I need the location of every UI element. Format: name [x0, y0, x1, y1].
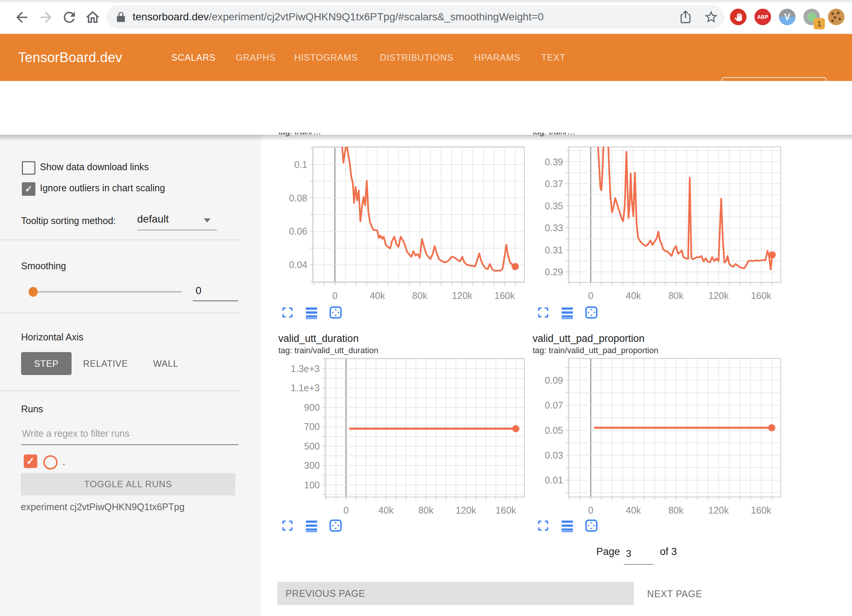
- pagination-label: Page: [596, 546, 620, 558]
- home-icon[interactable]: [84, 9, 101, 26]
- svg-text:0.31: 0.31: [545, 245, 563, 255]
- fullscreen-icon[interactable]: [281, 306, 294, 319]
- fit-domain-icon[interactable]: [329, 519, 342, 532]
- svg-text:0.08: 0.08: [289, 193, 307, 203]
- tab-distributions[interactable]: DISTRIBUTIONS: [380, 34, 453, 81]
- svg-text:0: 0: [332, 290, 337, 301]
- axis-wall-button[interactable]: WALL: [143, 352, 188, 375]
- svg-text:0.06: 0.06: [289, 226, 307, 236]
- axis-step-button[interactable]: STEP: [21, 352, 72, 375]
- bookmark-star-icon[interactable]: [704, 9, 719, 24]
- sidebar-divider: [0, 390, 241, 391]
- tab-graphs[interactable]: GRAPHS: [236, 34, 276, 81]
- chart-toolbar: [281, 519, 342, 532]
- svg-text:40k: 40k: [626, 505, 641, 515]
- runs-filter-input[interactable]: [21, 428, 234, 439]
- chevron-down-icon[interactable]: [204, 218, 211, 223]
- svg-text:1.1e+3: 1.1e+3: [291, 383, 320, 393]
- fit-domain-icon[interactable]: [585, 519, 598, 532]
- url-text[interactable]: tensorboard.dev/experiment/cj2vtPiwQHKN9…: [133, 0, 544, 34]
- smoothing-value-input[interactable]: [181, 284, 216, 297]
- fit-domain-icon[interactable]: [329, 306, 342, 319]
- experiment-label: experiment cj2vtPiwQHKN9Q1tx6PTpg: [21, 502, 185, 512]
- svg-text:900: 900: [304, 402, 320, 413]
- svg-text:0.37: 0.37: [545, 178, 563, 189]
- share-icon[interactable]: [678, 9, 693, 24]
- svg-text:120k: 120k: [708, 505, 729, 515]
- svg-text:120k: 120k: [708, 290, 729, 301]
- vimium-extension-icon[interactable]: V: [779, 9, 796, 25]
- ignore-outliers-checkbox[interactable]: [22, 182, 35, 196]
- adblock-extension-icon[interactable]: [730, 9, 747, 25]
- brand-title: TensorBoard.dev: [18, 34, 122, 81]
- settings-sidebar: [0, 135, 262, 616]
- flush-y-axis-icon[interactable]: [560, 306, 574, 319]
- fullscreen-icon[interactable]: [536, 306, 550, 319]
- svg-text:0.33: 0.33: [545, 223, 563, 233]
- flush-y-axis-icon[interactable]: [305, 519, 318, 532]
- extension-badge: 1: [814, 18, 825, 29]
- axis-relative-button[interactable]: RELATIVE: [75, 352, 136, 375]
- scalar-chart-c3[interactable]: 1.3e+31.1e+3900700500300100040k80k120k16…: [282, 354, 531, 519]
- sidebar-divider: [0, 239, 241, 240]
- svg-text:0.29: 0.29: [545, 267, 563, 277]
- lock-icon: [115, 11, 127, 23]
- svg-text:40k: 40k: [626, 290, 641, 301]
- scalar-chart-c2[interactable]: 0.390.370.350.330.310.29040k80k120k160k: [525, 142, 788, 304]
- scalar-chart-c4[interactable]: 0.090.070.050.030.01040k80k120k160k: [525, 354, 788, 519]
- fullscreen-icon[interactable]: [281, 519, 294, 532]
- scalar-chart-c1[interactable]: 0.10.080.060.04040k80k120k160k: [269, 142, 531, 304]
- svg-text:0.39: 0.39: [545, 157, 563, 167]
- pagination-of-label: of 3: [660, 546, 677, 558]
- toggle-all-runs-button[interactable]: TOGGLE ALL RUNS: [21, 473, 235, 496]
- svg-text:0: 0: [344, 505, 349, 515]
- flush-y-axis-icon[interactable]: [305, 306, 318, 319]
- svg-text:120k: 120k: [452, 290, 473, 301]
- page-number-input[interactable]: [625, 548, 649, 560]
- abp-extension-icon[interactable]: ABP: [754, 9, 771, 25]
- svg-text:0.1: 0.1: [294, 159, 307, 170]
- sidebar-divider: [0, 313, 241, 313]
- tab-scalars[interactable]: SCALARS: [171, 34, 216, 81]
- svg-text:160k: 160k: [496, 505, 516, 515]
- tooltip-sorting-select[interactable]: default: [137, 213, 169, 225]
- fit-domain-icon[interactable]: [585, 306, 598, 319]
- tooltip-sorting-underline: [137, 230, 217, 230]
- tab-text[interactable]: TEXT: [541, 34, 566, 81]
- run-checkbox[interactable]: [24, 454, 37, 468]
- forward-icon[interactable]: [38, 9, 54, 26]
- svg-text:0.07: 0.07: [545, 400, 563, 410]
- chart-toolbar: [536, 306, 598, 319]
- svg-text:1.3e+3: 1.3e+3: [291, 363, 320, 374]
- svg-text:0.01: 0.01: [545, 475, 563, 485]
- svg-text:0.03: 0.03: [545, 450, 563, 460]
- smoothing-slider-knob[interactable]: [29, 287, 38, 297]
- tab-hparams[interactable]: HPARAMS: [474, 34, 521, 81]
- tab-histograms[interactable]: HISTOGRAMS: [294, 34, 358, 81]
- page-number-underline: [624, 564, 653, 565]
- flush-y-axis-icon[interactable]: [560, 519, 574, 532]
- svg-text:160k: 160k: [495, 290, 515, 301]
- previous-page-button[interactable]: PREVIOUS PAGE: [277, 582, 634, 605]
- next-page-button[interactable]: NEXT PAGE: [645, 582, 704, 605]
- smoothing-value-underline: [193, 300, 238, 301]
- svg-text:80k: 80k: [418, 505, 434, 515]
- svg-text:300: 300: [304, 460, 320, 471]
- svg-text:0: 0: [588, 505, 593, 515]
- back-icon[interactable]: [14, 9, 30, 26]
- subheader-band: Crea LSTM transducer training for LibriS…: [0, 81, 852, 135]
- svg-text:500: 500: [304, 441, 320, 451]
- show-download-links-checkbox[interactable]: [22, 161, 35, 175]
- svg-text:0.05: 0.05: [545, 425, 563, 436]
- svg-text:100: 100: [304, 480, 320, 490]
- tooltip-sorting-label: Tooltip sorting method:: [21, 215, 116, 226]
- chart-toolbar: [536, 519, 598, 532]
- svg-text:80k: 80k: [668, 290, 684, 301]
- cookie-extension-icon[interactable]: [828, 9, 844, 25]
- svg-text:40k: 40k: [379, 505, 394, 515]
- reload-icon[interactable]: [61, 9, 78, 26]
- chart-title-valid-utt-pad-proportion: valid_utt_pad_proportion: [533, 333, 644, 345]
- smoothing-slider[interactable]: [30, 291, 182, 293]
- fullscreen-icon[interactable]: [536, 519, 550, 532]
- top-right-chart-clipped-tag: tag: train/…: [533, 133, 710, 140]
